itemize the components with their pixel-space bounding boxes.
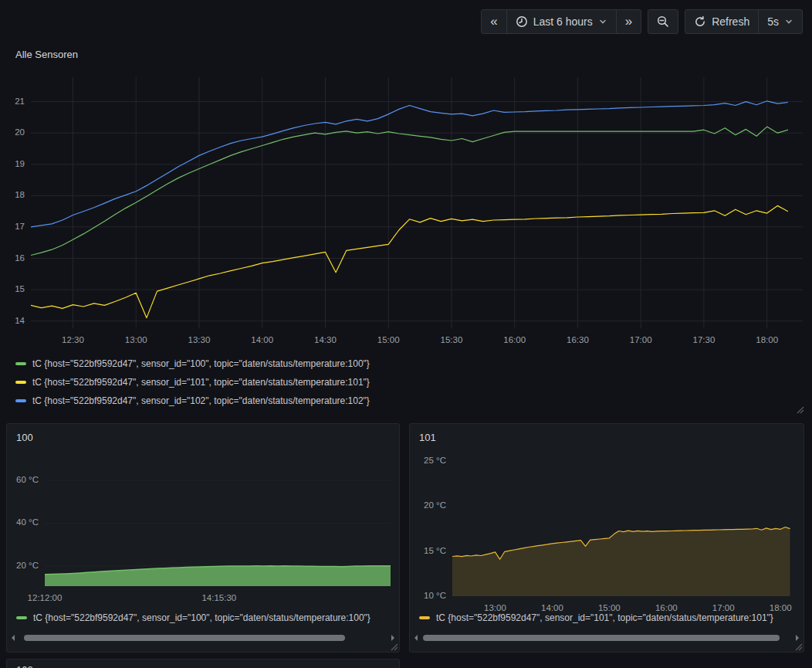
y-axis-tick-label: 16 — [6, 253, 25, 263]
y-axis-tick-label: 21 — [6, 97, 25, 106]
legend-item-sensor-100[interactable]: tC {host="522bf9592d47", sensor_id="100"… — [16, 610, 394, 626]
x-axis-tick-label: 15:30 — [425, 335, 479, 344]
x-axis-tick-label: 16:30 — [550, 335, 604, 344]
main-chart-legend: tC {host="522bf9592d47", sensor_id="100"… — [15, 354, 370, 410]
panel-title-alle-sensoren[interactable]: Alle Sensoren — [15, 49, 78, 60]
x-axis-tick-label: 12:30 — [46, 335, 100, 344]
y-axis-tick-label: 40 °C — [7, 517, 39, 527]
series-swatch-yellow — [419, 616, 430, 619]
zoom-out-button[interactable] — [648, 10, 678, 33]
refresh-interval-dropdown[interactable]: 5s — [758, 10, 802, 33]
scroll-right-arrow[interactable] — [796, 635, 799, 641]
refresh-interval-value: 5s — [767, 15, 779, 28]
panel-101-chart-area: 10 °C15 °C20 °C25 °C13:0014:0015:0016:00… — [410, 455, 804, 617]
scrollbar-track[interactable] — [419, 635, 794, 641]
x-axis-tick-label: 17:30 — [677, 335, 731, 344]
y-axis-tick-label: 19 — [6, 159, 25, 168]
x-axis-tick-label: 15:00 — [361, 335, 415, 344]
panel-resize-handle[interactable] — [795, 405, 804, 414]
scrollbar-track[interactable] — [16, 635, 390, 641]
refresh-label: Refresh — [712, 15, 749, 28]
x-axis-tick-label: 18:00 — [740, 335, 794, 344]
x-axis-tick-label: 17:00 — [614, 335, 668, 344]
legend-item-sensor-102[interactable]: tC {host="522bf9592d47", sensor_id="102"… — [15, 392, 370, 410]
legend-label: tC {host="522bf9592d47", sensor_id="101"… — [436, 612, 773, 623]
panel-resize-handle[interactable] — [793, 642, 803, 651]
y-axis-tick-label: 14 — [6, 316, 25, 325]
scroll-left-arrow[interactable] — [414, 635, 418, 641]
panel-title-102[interactable]: 102 — [16, 664, 33, 668]
x-axis-tick-label: 13:00 — [109, 335, 163, 344]
panel-title-101[interactable]: 101 — [419, 432, 436, 443]
y-axis-tick-label: 20 — [6, 127, 25, 137]
x-axis-tick-label: 14:15:30 — [192, 593, 246, 602]
double-chevron-left-icon: « — [490, 15, 497, 29]
y-axis-tick-label: 18 — [6, 190, 25, 199]
x-axis-tick-label: 13:30 — [172, 335, 226, 344]
time-series-plot-main[interactable] — [31, 77, 803, 328]
series-swatch-green — [15, 362, 26, 365]
time-range-back-button[interactable]: « — [482, 10, 506, 33]
panel-100: 100 20 °C40 °C60 °C12:12:0014:15:30 tC {… — [6, 423, 400, 653]
time-picker-group: « Last 6 hours » — [481, 9, 641, 34]
chevron-down-icon — [598, 17, 607, 26]
y-axis-tick-label: 25 °C — [410, 456, 446, 465]
time-series-plot-100[interactable] — [45, 461, 391, 586]
legend-item-sensor-101[interactable]: tC {host="522bf9592d47", sensor_id="101"… — [15, 373, 370, 392]
refresh-button[interactable]: Refresh — [685, 10, 758, 33]
magnifier-minus-icon — [657, 15, 669, 28]
panel-101-horizontal-scrollbar — [414, 633, 799, 643]
legend-label: tC {host="522bf9592d47", sensor_id="102"… — [32, 395, 370, 406]
y-axis-tick-label: 20 °C — [7, 561, 39, 570]
panel-102: 102 — [6, 659, 400, 668]
panel-101-legend: tC {host="522bf9592d47", sensor_id="101"… — [419, 610, 799, 626]
y-axis-tick-label: 15 °C — [410, 546, 446, 555]
double-chevron-right-icon: » — [625, 15, 632, 29]
series-swatch-green — [16, 616, 27, 619]
x-axis-tick-label: 14:00 — [235, 335, 289, 344]
clock-icon — [516, 15, 528, 28]
panel-alle-sensoren: Alle Sensoren 141516171819202112:3013:00… — [6, 36, 806, 417]
legend-item-sensor-100[interactable]: tC {host="522bf9592d47", sensor_id="100"… — [15, 354, 370, 373]
zoom-out-group — [648, 9, 678, 34]
panel-resize-handle[interactable] — [389, 642, 398, 651]
main-chart-area: 141516171819202112:3013:0013:3014:0014:3… — [6, 77, 806, 349]
time-series-plot-101[interactable] — [452, 455, 792, 596]
panel-100-legend: tC {host="522bf9592d47", sensor_id="100"… — [16, 610, 394, 626]
scrollbar-thumb[interactable] — [24, 635, 345, 641]
panel-100-chart-area: 20 °C40 °C60 °C12:12:0014:15:30 — [7, 461, 399, 615]
time-range-label: Last 6 hours — [533, 15, 593, 28]
panel-100-horizontal-scrollbar — [12, 633, 394, 643]
y-axis-tick-label: 15 — [6, 284, 25, 293]
legend-item-sensor-101[interactable]: tC {host="522bf9592d47", sensor_id="101"… — [419, 610, 799, 626]
x-axis-tick-label: 14:30 — [298, 335, 352, 344]
chevron-down-icon — [784, 17, 793, 26]
scroll-right-arrow[interactable] — [391, 635, 394, 641]
time-range-forward-button[interactable]: » — [616, 10, 641, 33]
legend-label: tC {host="522bf9592d47", sensor_id="100"… — [33, 612, 370, 623]
y-axis-tick-label: 60 °C — [7, 475, 39, 484]
legend-label: tC {host="522bf9592d47", sensor_id="100"… — [32, 358, 370, 369]
scroll-left-arrow[interactable] — [12, 635, 15, 641]
y-axis-tick-label: 17 — [6, 222, 25, 231]
dashboard-toolbar: « Last 6 hours » — [481, 9, 803, 34]
scrollbar-thumb[interactable] — [423, 635, 780, 641]
refresh-group: Refresh 5s — [685, 9, 803, 34]
x-axis-tick-label: 12:12:00 — [18, 593, 72, 602]
legend-label: tC {host="522bf9592d47", sensor_id="101"… — [32, 377, 370, 388]
y-axis-tick-label: 20 °C — [410, 500, 446, 510]
panel-101: 101 10 °C15 °C20 °C25 °C13:0014:0015:001… — [409, 423, 804, 653]
series-swatch-yellow — [15, 381, 26, 384]
refresh-icon — [694, 15, 706, 28]
time-range-picker-button[interactable]: Last 6 hours — [506, 10, 616, 33]
series-swatch-blue — [15, 399, 26, 402]
y-axis-tick-label: 10 °C — [410, 591, 446, 600]
x-axis-tick-label: 16:00 — [488, 335, 542, 344]
panel-title-100[interactable]: 100 — [16, 432, 33, 443]
